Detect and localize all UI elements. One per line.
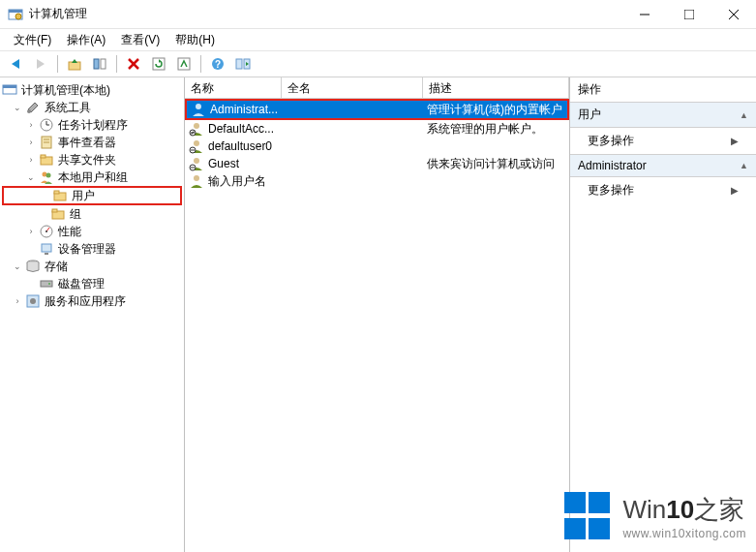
expand-icon[interactable]: ›	[25, 137, 37, 148]
svg-text:?: ?	[215, 59, 221, 70]
tree-label: 性能	[58, 224, 81, 240]
section-label: Administrator	[578, 159, 647, 172]
section-label: 用户	[578, 107, 601, 123]
show-hide-button[interactable]	[231, 52, 255, 76]
menu-file[interactable]: 文件(F)	[6, 30, 59, 50]
tree-disk-mgmt[interactable]: 磁盘管理	[2, 275, 182, 292]
arrow-right-icon: ▶	[731, 136, 739, 146]
menu-action[interactable]: 操作(A)	[59, 30, 113, 50]
expand-icon[interactable]: ›	[25, 119, 37, 131]
user-icon	[189, 173, 204, 189]
tree-storage[interactable]: ⌄ 存储	[2, 258, 182, 275]
app-icon	[8, 7, 23, 22]
help-button[interactable]: ?	[206, 52, 229, 76]
svg-rect-9	[101, 59, 106, 69]
maximize-button[interactable]	[667, 0, 711, 29]
window-title: 计算机管理	[29, 6, 622, 22]
actions-section-users[interactable]: 用户 ▲	[570, 103, 756, 128]
svg-rect-40	[41, 281, 52, 287]
cell-name: DefaultAcc...	[208, 122, 274, 136]
svg-rect-32	[54, 191, 59, 194]
tools-icon	[25, 100, 41, 115]
cell-desc: 系统管理的用户帐户。	[423, 121, 569, 138]
expand-icon[interactable]: ›	[12, 295, 23, 307]
toolbar: ?	[0, 50, 756, 77]
tree-task-scheduler[interactable]: › 任务计划程序	[2, 116, 182, 134]
tree-label: 共享文件夹	[58, 152, 116, 169]
refresh-button[interactable]	[147, 52, 170, 76]
svg-rect-1	[9, 10, 22, 13]
delete-button[interactable]	[122, 52, 145, 76]
svg-point-41	[48, 283, 50, 285]
svg-rect-16	[236, 59, 242, 69]
expand-icon[interactable]: ›	[25, 154, 37, 166]
collapse-icon[interactable]: ⌄	[12, 261, 23, 272]
svg-point-30	[46, 173, 51, 178]
svg-rect-4	[684, 10, 694, 19]
collapse-icon[interactable]: ▲	[740, 161, 748, 170]
user-disabled-icon	[189, 156, 204, 171]
forward-button[interactable]	[29, 52, 52, 76]
tree-event-viewer[interactable]: › 事件查看器	[2, 134, 182, 151]
column-description[interactable]: 描述	[423, 77, 569, 98]
close-button[interactable]	[711, 0, 756, 29]
tree-system-tools[interactable]: ⌄ 系统工具	[2, 99, 182, 116]
column-name[interactable]: 名称	[185, 77, 282, 98]
device-icon	[39, 241, 54, 257]
titlebar: 计算机管理	[0, 0, 756, 29]
svg-point-20	[27, 109, 31, 113]
tree-shared-folders[interactable]: › 共享文件夹	[2, 151, 182, 169]
workspace: 计算机管理(本地) ⌄ 系统工具 › 任务计划程序 › 事件查看器 › 共享文件…	[0, 77, 756, 552]
list-row[interactable]: DefaultAcc... 系统管理的用户帐户。	[185, 120, 569, 138]
properties-button[interactable]	[88, 52, 111, 76]
computer-mgmt-icon	[2, 82, 17, 98]
collapse-icon[interactable]: ▲	[740, 110, 748, 120]
list-row[interactable]: Guest 供来宾访问计算机或访问	[185, 155, 569, 172]
tree-label: 用户	[72, 188, 95, 204]
svg-rect-38	[45, 253, 48, 255]
tree-label: 任务计划程序	[58, 117, 128, 134]
tree-local-users[interactable]: ⌄ 本地用户和组	[2, 169, 182, 186]
actions-section-admin[interactable]: Administrator ▲	[570, 154, 756, 177]
tree-label: 设备管理器	[58, 241, 116, 258]
up-level-button[interactable]	[63, 52, 86, 76]
windows-logo-icon	[564, 492, 613, 540]
list-row[interactable]: 输入用户名	[185, 172, 569, 190]
svg-rect-19	[3, 85, 16, 88]
tree-device-manager[interactable]: 设备管理器	[2, 240, 182, 258]
list-row[interactable]: Administrat... 管理计算机(域)的内置帐户	[185, 99, 569, 120]
actions-pane: 操作 用户 ▲ 更多操作 ▶ Administrator ▲ 更多操作 ▶	[570, 77, 756, 552]
menu-help[interactable]: 帮助(H)	[167, 30, 223, 50]
expand-icon[interactable]: ›	[25, 226, 37, 237]
column-fullname[interactable]: 全名	[282, 77, 423, 98]
svg-point-44	[196, 104, 201, 109]
watermark-brand: Win10之家	[622, 493, 746, 527]
svg-rect-8	[94, 59, 99, 69]
menu-view[interactable]: 查看(V)	[113, 30, 167, 50]
tree-users[interactable]: 用户	[2, 186, 182, 205]
svg-point-49	[194, 158, 199, 164]
tree-label: 事件查看器	[58, 135, 116, 151]
user-disabled-icon	[189, 138, 204, 154]
cell-desc: 管理计算机(域)的内置帐户	[423, 102, 567, 118]
folder-icon	[50, 206, 66, 222]
list-row[interactable]: defaultuser0	[185, 138, 569, 155]
export-button[interactable]	[172, 52, 196, 76]
tree-root[interactable]: 计算机管理(本地)	[2, 81, 182, 99]
action-more-users[interactable]: 更多操作 ▶	[570, 128, 756, 154]
svg-rect-28	[41, 155, 45, 158]
tree-pane: 计算机管理(本地) ⌄ 系统工具 › 任务计划程序 › 事件查看器 › 共享文件…	[0, 77, 185, 552]
tree-label: 服务和应用程序	[45, 293, 126, 310]
collapse-icon[interactable]: ⌄	[25, 171, 37, 183]
minimize-button[interactable]	[622, 0, 667, 29]
tree-label: 组	[70, 206, 81, 223]
svg-rect-37	[42, 244, 51, 252]
tree-services-apps[interactable]: › 服务和应用程序	[2, 292, 182, 310]
tree-groups[interactable]: 组	[2, 205, 182, 223]
menubar: 文件(F) 操作(A) 查看(V) 帮助(H)	[0, 29, 756, 50]
back-button[interactable]	[4, 52, 27, 76]
collapse-icon[interactable]: ⌄	[12, 102, 23, 113]
tree-performance[interactable]: › 性能	[2, 223, 182, 240]
action-more-admin[interactable]: 更多操作 ▶	[570, 177, 756, 203]
users-icon	[39, 169, 54, 185]
